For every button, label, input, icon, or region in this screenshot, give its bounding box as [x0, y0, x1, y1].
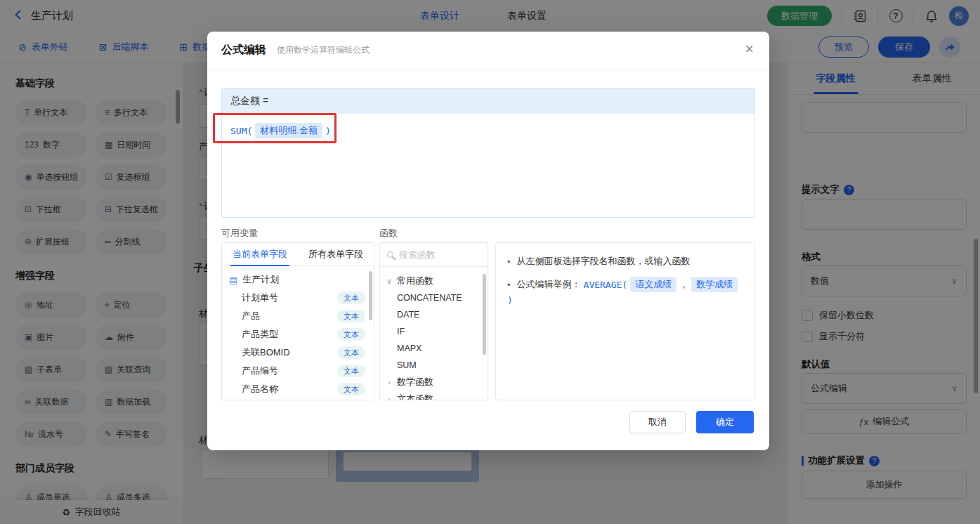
function-group[interactable]: › 数学函数	[380, 374, 488, 391]
variable-type-badge: 文本	[337, 310, 365, 322]
tip-example-chip: 数学成绩	[691, 277, 738, 292]
formula-function-close: )	[325, 126, 331, 136]
bullet-icon: •	[507, 256, 511, 267]
function-collapsed-groups: › 数学函数 › 文本函数	[380, 374, 488, 400]
variable-name: 产品类型	[242, 328, 337, 341]
tip-line2-prefix: 公式编辑举例：	[517, 278, 581, 291]
collapse-arrow-icon: ›	[386, 395, 393, 400]
variable-name: 计划单号	[242, 292, 337, 304]
variables-scrollbar[interactable]	[369, 271, 372, 320]
variable-row[interactable]: 产品 文本	[222, 307, 374, 325]
formula-tips-panel: • 从左侧面板选择字段名和函数，或输入函数 • 公式编辑举例： AVERAGE(…	[495, 242, 755, 400]
variable-type-badge: 文本	[337, 292, 365, 304]
bullet-icon: •	[507, 280, 511, 290]
variable-name: 产品名称	[242, 383, 337, 395]
variable-name: 产品编号	[242, 365, 337, 377]
variables-section-label: 可用变量	[221, 227, 258, 240]
variable-row[interactable]: 产品类型 文本	[222, 325, 374, 343]
function-group-label: 常用函数	[397, 275, 433, 287]
modal-title: 公式编辑	[221, 43, 266, 58]
document-icon: ▤	[229, 275, 237, 285]
functions-section-label: 函数	[379, 227, 398, 240]
function-search-input[interactable]	[399, 249, 481, 260]
formula-function-open: SUM(	[230, 126, 252, 136]
tip-example-close: )	[507, 295, 513, 306]
tip-example-chip: 语文成绩	[630, 277, 677, 292]
modal-subtitle: 使用数学运算符编辑公式	[277, 44, 370, 56]
function-item[interactable]: IF	[380, 323, 488, 340]
tab-all-form-fields[interactable]: 所有表单字段	[298, 243, 374, 266]
expand-arrow-icon: ∨	[386, 277, 393, 286]
formula-editor[interactable]: 总金额 = SUM( 材料明细.金额 )	[221, 88, 755, 218]
function-item[interactable]: CONCATENATE	[380, 289, 488, 306]
variable-name: 产品	[242, 310, 337, 322]
collapse-arrow-icon: ›	[386, 378, 393, 386]
function-item[interactable]: SUM	[380, 357, 488, 374]
variable-type-badge: 文本	[337, 328, 365, 341]
close-icon[interactable]: ×	[745, 41, 754, 57]
formula-target: 总金额 =	[222, 89, 754, 114]
function-group-common[interactable]: ∨ 常用函数	[380, 273, 488, 289]
variable-row[interactable]: 产品编号 文本	[222, 362, 374, 380]
tab-current-form-fields[interactable]: 当前表单字段	[222, 243, 298, 266]
functions-scrollbar[interactable]	[483, 274, 486, 355]
tip-line1: 从左侧面板选择字段名和函数，或输入函数	[517, 255, 691, 268]
variable-root-label: 生产计划	[242, 273, 279, 286]
variable-tree-root[interactable]: ▤ 生产计划	[222, 270, 374, 289]
variable-name: 关联BOMID	[242, 346, 337, 359]
function-items: CONCATENATE DATE IF MAPX SUM	[380, 289, 488, 374]
function-item[interactable]: MAPX	[380, 340, 488, 357]
variable-row[interactable]: 计划单号 文本	[222, 289, 374, 307]
tip-separator: ，	[679, 278, 688, 291]
variable-row[interactable]: 关联BOMID 文本	[222, 343, 374, 362]
functions-panel: ∨ 常用函数 CONCATENATE DATE IF MAPX SUM	[379, 242, 488, 400]
variable-type-badge: 文本	[337, 383, 365, 395]
confirm-button[interactable]: 确定	[696, 411, 754, 433]
tip-example-function: AVERAGE(	[584, 280, 628, 290]
variables-panel: 当前表单字段 所有表单字段 ▤ 生产计划 计划单号 文本 产品 文本	[221, 242, 374, 400]
search-icon	[387, 251, 393, 258]
formula-edit-modal: 公式编辑 使用数学运算符编辑公式 × 总金额 = SUM( 材料明细.金额 ) …	[207, 32, 769, 450]
variable-row[interactable]: 文本	[222, 398, 374, 400]
variable-type-badge: 文本	[337, 365, 365, 377]
function-group-label: 数学函数	[397, 376, 433, 388]
variable-type-badge: 文本	[337, 346, 365, 359]
function-group[interactable]: › 文本函数	[380, 391, 488, 400]
variable-rows: 计划单号 文本 产品 文本 产品类型 文本 关联BOMID	[222, 289, 374, 400]
formula-field-chip[interactable]: 材料明细.金额	[255, 123, 322, 138]
variable-row[interactable]: 产品名称 文本	[222, 380, 374, 398]
function-item[interactable]: DATE	[380, 306, 488, 323]
cancel-button[interactable]: 取消	[629, 411, 686, 433]
function-group-label: 文本函数	[397, 393, 433, 400]
